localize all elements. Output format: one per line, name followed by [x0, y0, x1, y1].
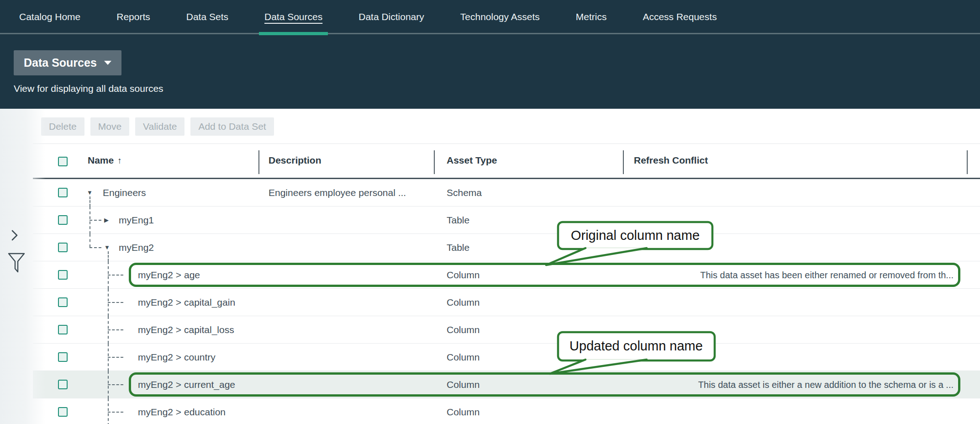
collapse-caret-icon[interactable]: ▼	[104, 234, 110, 261]
expand-caret-icon[interactable]: ▶	[104, 207, 109, 234]
tree-connector-line	[108, 329, 123, 330]
asset-name[interactable]: myEng2 > capital_loss	[138, 316, 234, 344]
nav-item-data-sources[interactable]: Data Sources	[264, 0, 322, 34]
tree-connector-line	[108, 384, 123, 385]
data-sources-dropdown-label: Data Sources	[24, 56, 97, 69]
column-header-name[interactable]: Name↑	[88, 155, 122, 166]
row-checkbox[interactable]	[58, 325, 68, 334]
table-header-row: Name↑DescriptionAsset TypeRefresh Confli…	[33, 144, 980, 179]
table-row[interactable]: myEng2 > educationColumn	[33, 398, 980, 424]
row-checkbox[interactable]	[58, 243, 68, 252]
table-row[interactable]: ▼EngineersEngineers employee personal ..…	[33, 179, 980, 207]
nav-item-access-requests[interactable]: Access Requests	[643, 0, 717, 34]
asset-name[interactable]: myEng2 > age	[138, 261, 200, 289]
toolbar-buttons: DeleteMoveValidateAdd to Data Set	[41, 117, 274, 136]
row-checkbox[interactable]	[58, 215, 68, 225]
column-separator	[967, 150, 968, 174]
asset-description: Engineers employee personal ...	[269, 179, 406, 207]
refresh-conflict-message: This data asset is either a new addition…	[698, 371, 954, 398]
asset-name[interactable]: myEng2 > capital_gain	[138, 289, 235, 316]
column-separator	[623, 150, 624, 174]
row-checkbox[interactable]	[58, 352, 68, 362]
filter-funnel-icon[interactable]	[7, 252, 26, 276]
collapse-caret-icon[interactable]: ▼	[87, 179, 93, 207]
nav-item-technology-assets[interactable]: Technology Assets	[460, 0, 540, 34]
row-checkbox[interactable]	[58, 188, 68, 197]
delete-button[interactable]: Delete	[41, 117, 84, 136]
asset-name[interactable]: myEng2 > current_age	[138, 371, 235, 398]
asset-type: Column	[447, 316, 479, 344]
tree-connector-line	[90, 234, 90, 247]
nav-item-metrics[interactable]: Metrics	[576, 0, 607, 34]
table-row[interactable]: myEng2 > ageColumnThis data asset has be…	[33, 261, 980, 289]
tree-connector-line	[108, 357, 123, 358]
table-row[interactable]: myEng2 > current_ageColumnThis data asse…	[33, 371, 980, 398]
move-button[interactable]: Move	[90, 117, 129, 136]
select-all-checkbox[interactable]	[58, 157, 68, 166]
column-header-asset-type[interactable]: Asset Type	[447, 155, 497, 166]
tree-connector-line	[108, 275, 123, 276]
dropdown-caret-icon	[104, 61, 111, 65]
view-subtitle: View for displaying all data sources	[14, 83, 163, 94]
asset-name[interactable]: myEng2 > country	[138, 344, 216, 371]
add-to-data-set-button[interactable]: Add to Data Set	[190, 117, 274, 136]
asset-type: Table	[447, 234, 469, 261]
nav-item-data-sets[interactable]: Data Sets	[186, 0, 228, 34]
data-sources-table-panel: DeleteMoveValidateAdd to Data Set Name↑D…	[33, 109, 980, 424]
row-checkbox[interactable]	[58, 380, 68, 389]
table-row[interactable]: myEng2 > capital_lossColumn	[33, 316, 980, 344]
asset-name[interactable]: myEng2 > education	[138, 398, 226, 424]
tree-connector-line	[90, 220, 101, 221]
asset-type: Column	[447, 261, 479, 289]
tree-connector-line	[108, 302, 123, 303]
table-row[interactable]: myEng2 > capital_gainColumn	[33, 289, 980, 316]
nav-item-catalog-home[interactable]: Catalog Home	[19, 0, 80, 34]
row-checkbox[interactable]	[58, 297, 68, 307]
refresh-conflict-message: This data asset has been either renamed …	[700, 261, 954, 289]
data-catalog-app: Catalog HomeReportsData SetsData Sources…	[0, 0, 980, 424]
asset-name[interactable]: myEng2	[119, 234, 154, 261]
asset-type: Table	[447, 207, 469, 234]
column-header-refresh-conflict[interactable]: Refresh Conflict	[634, 155, 708, 166]
sort-ascending-icon: ↑	[117, 156, 122, 165]
asset-type: Column	[447, 398, 479, 424]
row-checkbox[interactable]	[58, 270, 68, 280]
table-row[interactable]: ▶myEng1Table	[33, 207, 980, 234]
data-sources-dropdown-button[interactable]: Data Sources	[14, 50, 121, 75]
row-checkbox[interactable]	[58, 407, 68, 417]
nav-item-reports[interactable]: Reports	[116, 0, 150, 34]
table-body: ▼EngineersEngineers employee personal ..…	[33, 179, 980, 424]
table-row[interactable]: myEng2 > countryColumn	[33, 344, 980, 371]
asset-type: Column	[447, 371, 479, 398]
bulk-actions-toolbar: DeleteMoveValidateAdd to Data Set	[33, 109, 980, 144]
tree-connector-line	[90, 247, 101, 248]
tree-connector-line	[108, 398, 109, 424]
asset-type: Schema	[447, 179, 482, 207]
column-header-description[interactable]: Description	[269, 155, 321, 166]
asset-type: Column	[447, 289, 479, 316]
app-header: Catalog HomeReportsData SetsData Sources…	[0, 0, 980, 109]
column-separator	[434, 150, 435, 174]
expand-panel-chevron-icon[interactable]	[11, 229, 18, 243]
column-separator	[258, 150, 259, 174]
nav-item-data-dictionary[interactable]: Data Dictionary	[358, 0, 424, 34]
top-nav: Catalog HomeReportsData SetsData Sources…	[0, 0, 980, 34]
asset-name[interactable]: myEng1	[119, 207, 154, 234]
table-row[interactable]: ▼myEng2Table	[33, 234, 980, 261]
asset-type: Column	[447, 344, 479, 371]
asset-name[interactable]: Engineers	[103, 179, 146, 207]
tree-connector-line	[108, 412, 123, 413]
validate-button[interactable]: Validate	[135, 117, 184, 136]
